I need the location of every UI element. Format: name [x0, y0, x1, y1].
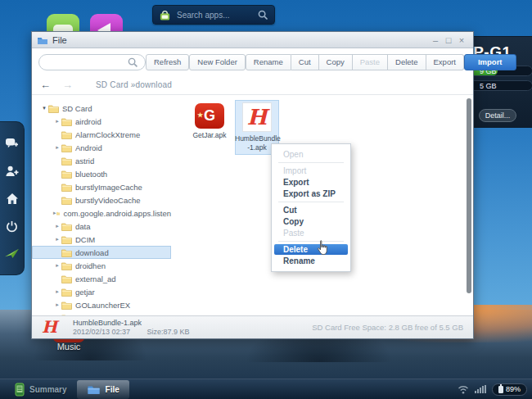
tree-item-label: getjar — [75, 288, 95, 297]
folder-blue-icon — [37, 35, 48, 45]
folder-icon — [61, 130, 72, 139]
window-titlebar[interactable]: File – □ × — [32, 32, 473, 48]
cut-button[interactable]: Cut — [291, 54, 319, 70]
tree-item-external-ad[interactable]: external_ad — [32, 272, 171, 285]
humblebundle-apk-icon: H — [242, 102, 272, 132]
battery-icon — [498, 386, 503, 393]
refresh-button[interactable]: Refresh — [146, 54, 189, 70]
menu-item-cut[interactable]: Cut — [272, 205, 350, 215]
delete-button[interactable]: Delete — [388, 54, 426, 70]
tree-item-astrid[interactable]: astrid — [32, 154, 171, 167]
expander-icon[interactable]: ▸ — [53, 302, 61, 308]
wifi-icon[interactable] — [458, 385, 469, 394]
menu-item-rename[interactable]: Rename — [272, 256, 350, 266]
tree-item-label: bluetooth — [75, 170, 107, 179]
breadcrumb-current[interactable]: download — [136, 80, 172, 89]
tree-item-android[interactable]: ▸Android — [32, 141, 171, 154]
tree-item-label: SD Card — [62, 104, 92, 113]
signal-bars-icon[interactable] — [475, 385, 486, 393]
tree-item-burstlyvideocache[interactable]: burstlyVideoCache — [32, 193, 171, 206]
folder-icon — [61, 248, 72, 257]
expander-icon[interactable]: ▸ — [53, 144, 61, 151]
taskbar-tab-summary[interactable]: Summary — [5, 380, 77, 399]
copy-button[interactable]: Copy — [319, 54, 353, 70]
expander-icon[interactable]: ▾ — [40, 105, 48, 111]
file-getjar[interactable]: G ★ GetJar.apk — [187, 103, 232, 140]
tree-item-com-google-android-apps-listen[interactable]: ▸com.google.android.apps.listen — [32, 206, 171, 220]
expander-icon[interactable]: ▸ — [53, 236, 61, 243]
status-bar: H HumbleBundle-1.apk 2012/02/13 02:37 Si… — [32, 315, 473, 338]
new-folder-button[interactable]: New Folder — [189, 54, 246, 70]
forward-arrow-icon: → — [62, 79, 73, 91]
search-icon[interactable] — [258, 10, 268, 20]
tree-item-sd-card[interactable]: ▾SD Card — [32, 102, 171, 115]
expander-icon[interactable]: ▸ — [53, 288, 61, 295]
tree-item-label: Android — [75, 143, 102, 152]
add-contact-icon[interactable] — [5, 165, 19, 178]
update-plane-icon[interactable] — [4, 247, 20, 259]
folder-icon — [56, 209, 61, 218]
taskbar-tab-label: File — [106, 385, 119, 394]
menu-item-paste: Paste — [272, 228, 350, 238]
detail-button[interactable]: Detail... — [479, 109, 516, 122]
file-search-box[interactable] — [38, 54, 146, 70]
home-icon[interactable] — [6, 193, 19, 205]
app-search-bar[interactable]: Search apps... — [152, 5, 275, 25]
taskbar: Summary File 89% — [0, 379, 532, 399]
breadcrumb-root[interactable]: SD Card — [96, 80, 128, 89]
tree-item-data[interactable]: ▸data — [32, 220, 171, 233]
expander-icon[interactable]: ▸ — [53, 262, 61, 269]
window-title: File — [52, 35, 429, 45]
maximize-button[interactable]: □ — [442, 33, 455, 48]
expander-icon[interactable]: ▸ — [53, 118, 61, 125]
tree-item-droidhen[interactable]: ▸droidhen — [32, 259, 171, 272]
window-content: ▾SD Card▸airdroidAlarmClockXtreme▸Androi… — [32, 95, 473, 315]
tree-item-download[interactable]: download — [32, 246, 171, 259]
menu-item-open: Open — [272, 149, 350, 160]
folder-icon — [61, 288, 72, 297]
tree-item-golauncherex[interactable]: ▸GOLauncherEX — [32, 298, 171, 311]
minimize-button[interactable]: – — [429, 33, 442, 48]
battery-indicator[interactable]: 89% — [492, 383, 527, 396]
folder-icon — [61, 274, 72, 283]
file-search-input[interactable] — [46, 57, 128, 68]
search-icon[interactable] — [128, 57, 138, 68]
tree-item-getjar[interactable]: ▸getjar — [32, 285, 171, 298]
back-arrow-icon[interactable]: ← — [40, 79, 51, 91]
expander-icon[interactable]: ▸ — [53, 223, 61, 229]
export-button[interactable]: Export — [426, 54, 464, 70]
tree-item-label: com.google.android.apps.listen — [63, 209, 171, 218]
menu-item-copy[interactable]: Copy — [272, 216, 350, 227]
menu-divider — [278, 162, 344, 163]
menu-item-delete[interactable]: Delete — [274, 244, 348, 255]
desktop: Music Search apps... YP-G1 9 GB 5 GB Det… — [0, 0, 532, 399]
breadcrumb: ← → SD Card »download — [32, 75, 473, 95]
tree-item-label: astrid — [75, 156, 94, 165]
market-bag-icon — [159, 9, 171, 21]
breadcrumb-path[interactable]: SD Card »download — [96, 80, 172, 89]
menu-item-export[interactable]: Export — [272, 177, 350, 188]
tree-item-bluetooth[interactable]: bluetooth — [32, 167, 171, 180]
chat-add-icon[interactable] — [5, 138, 19, 150]
tree-item-label: burstlyVideoCache — [75, 196, 141, 205]
import-button[interactable]: Import — [464, 54, 516, 70]
hand-cursor-icon — [317, 240, 329, 256]
tree-item-burstlyimagecache[interactable]: burstlyImageCache — [32, 180, 171, 193]
app-search-placeholder[interactable]: Search apps... — [177, 11, 258, 20]
tree-item-alarmclockxtreme[interactable]: AlarmClockXtreme — [32, 128, 171, 141]
tree-item-airdroid[interactable]: ▸airdroid — [32, 115, 171, 128]
close-button[interactable]: × — [455, 33, 468, 48]
humblebundle-apk-icon: H — [42, 317, 60, 338]
tree-item-label: external_ad — [75, 274, 116, 283]
folder-icon — [61, 143, 72, 152]
menu-item-export-as-zip[interactable]: Export as ZIP — [272, 188, 350, 199]
tree-item-label: download — [75, 248, 109, 257]
tree-item-dcim[interactable]: ▸DCIM — [32, 233, 171, 246]
side-dock — [0, 121, 25, 275]
taskbar-tab-label: Summary — [29, 385, 67, 394]
taskbar-tab-file[interactable]: File — [77, 380, 129, 399]
rename-button[interactable]: Rename — [246, 54, 291, 70]
paste-button: Paste — [353, 54, 388, 70]
power-icon[interactable] — [6, 220, 18, 233]
folder-icon — [61, 196, 72, 205]
